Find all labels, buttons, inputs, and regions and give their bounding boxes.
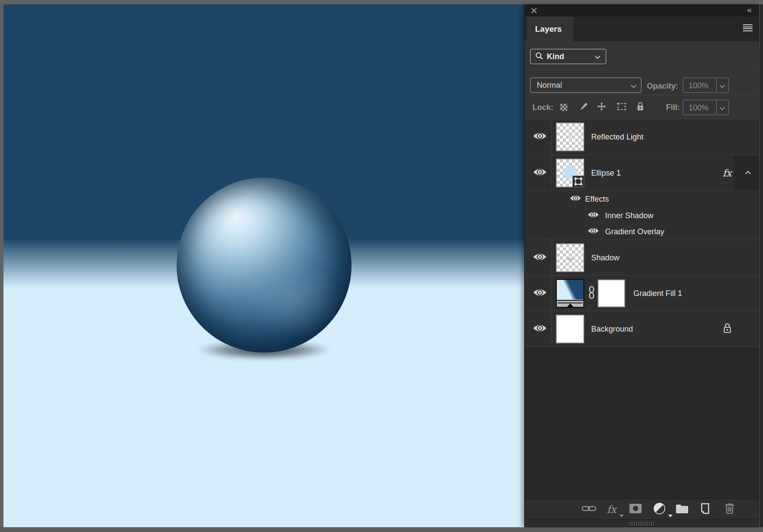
gradient-preview	[557, 280, 583, 299]
filter-kind-select[interactable]: Kind	[530, 49, 606, 64]
add-layer-style-icon[interactable]: fx	[607, 504, 616, 515]
eye-icon	[532, 167, 547, 179]
eye-icon[interactable]	[587, 211, 599, 220]
visibility-toggle[interactable]	[525, 240, 552, 275]
layer-row-ellipse-1[interactable]: Ellipse 1 fx	[525, 155, 759, 191]
layer-row-shadow[interactable]: Shadow	[525, 240, 759, 276]
new-adjustment-layer-icon[interactable]	[653, 502, 666, 516]
layer-name[interactable]: Ellipse 1	[591, 168, 621, 177]
panel-menu-icon[interactable]	[743, 24, 753, 31]
layer-row-gradient-fill-1[interactable]: Gradient Fill 1	[525, 276, 759, 311]
new-layer-icon[interactable]	[698, 503, 709, 516]
thumbnail-content	[567, 258, 573, 260]
fill-label: Fill:	[666, 103, 680, 112]
visibility-toggle[interactable]	[525, 155, 552, 190]
eye-icon[interactable]	[569, 194, 582, 204]
chevron-down-icon	[719, 83, 725, 88]
eye-icon	[532, 252, 547, 263]
lock-artboard-icon[interactable]	[616, 102, 627, 113]
collapse-panel-icon[interactable]: «	[747, 5, 751, 15]
search-icon	[535, 52, 543, 62]
blend-row: Normal Opacity: 100%	[525, 70, 759, 95]
sphere-artwork	[177, 178, 351, 352]
link-mask-icon[interactable]	[588, 286, 595, 301]
panel-titlebar: «	[525, 5, 759, 17]
layer-row-reflected-light[interactable]: Reflected Light	[525, 119, 759, 155]
document-canvas[interactable]	[3, 4, 524, 527]
resize-grip-icon[interactable]	[629, 522, 654, 525]
eye-icon[interactable]	[587, 227, 599, 236]
panel-resize-bar[interactable]	[525, 519, 759, 527]
tab-layers[interactable]: Layers	[526, 17, 573, 41]
fx-collapse-strip[interactable]	[734, 155, 759, 190]
opacity-label: Opacity:	[647, 82, 678, 91]
lock-label: Lock:	[532, 103, 553, 112]
fx-badge[interactable]: fx	[723, 167, 732, 178]
layers-toolbar: fx	[525, 499, 759, 519]
chevron-down-icon	[631, 83, 636, 88]
effect-row-gradient-overlay[interactable]: Gradient Overlay	[525, 224, 759, 240]
photoshop-window: « Layers Kind T	[0, 0, 763, 532]
fill-value: 100%	[689, 103, 709, 113]
layer-name[interactable]: Gradient Fill 1	[633, 289, 682, 298]
layer-list: Reflected Light Ellipse 1	[525, 119, 759, 499]
layer-name[interactable]: Background	[591, 324, 633, 333]
chevron-down-icon	[595, 53, 600, 59]
layer-thumbnail[interactable]	[556, 123, 584, 151]
visibility-toggle[interactable]	[525, 119, 552, 155]
gradient-slider	[557, 300, 583, 307]
layer-thumbnail[interactable]	[556, 159, 584, 187]
filter-kind-label: Kind	[547, 52, 564, 61]
effect-row-inner-shadow[interactable]: Inner Shadow	[525, 207, 759, 224]
lock-position-move-icon[interactable]	[597, 102, 606, 113]
close-panel-icon[interactable]	[531, 7, 537, 14]
visibility-toggle[interactable]	[525, 311, 552, 346]
fill-input[interactable]: 100%	[683, 100, 729, 115]
gradient-fill-thumbnail[interactable]	[556, 279, 584, 308]
layers-panel: « Layers Kind T	[524, 4, 759, 527]
window-frame-bottom	[0, 527, 763, 532]
add-layer-mask-icon[interactable]	[629, 503, 642, 515]
shape-layer-badge-icon	[572, 176, 584, 187]
link-layers-icon[interactable]	[582, 505, 596, 514]
effect-label[interactable]: Gradient Overlay	[605, 227, 664, 236]
chevron-down-icon	[719, 105, 725, 110]
adjustment-menu-arrow-icon	[668, 515, 673, 517]
effect-label[interactable]: Inner Shadow	[605, 211, 653, 220]
delete-layer-trash-icon[interactable]	[724, 503, 735, 516]
thumbnail-content	[568, 136, 572, 140]
layer-mask-thumbnail[interactable]	[598, 279, 625, 307]
lock-pixels-brush-icon[interactable]	[579, 102, 588, 113]
blend-mode-select[interactable]: Normal	[530, 77, 642, 93]
chevron-up-icon	[745, 170, 751, 176]
eye-icon	[532, 131, 547, 143]
fx-menu-arrow-icon	[619, 515, 624, 517]
eye-icon	[532, 323, 547, 335]
layer-name[interactable]: Shadow	[591, 253, 619, 262]
layer-thumbnail[interactable]	[556, 243, 584, 272]
blend-mode-value: Normal	[537, 81, 562, 90]
effects-header-label[interactable]: Effects	[585, 195, 609, 204]
window-edge	[760, 4, 763, 527]
visibility-toggle[interactable]	[525, 276, 552, 311]
lock-transparency-icon[interactable]	[560, 104, 568, 111]
lock-all-padlock-icon[interactable]	[636, 102, 644, 113]
opacity-dropdown-cell[interactable]	[716, 78, 728, 92]
panel-tabbar: Layers	[525, 17, 759, 41]
layer-thumbnail[interactable]	[556, 315, 584, 343]
effects-header-row[interactable]: Effects	[525, 191, 759, 207]
filter-row: Kind T	[525, 41, 759, 70]
new-group-folder-icon[interactable]	[676, 503, 689, 515]
opacity-value: 100%	[689, 81, 709, 90]
lock-row: Lock: Fill: 100%	[525, 96, 759, 119]
fill-dropdown-cell[interactable]	[716, 100, 728, 114]
layer-name[interactable]: Reflected Light	[591, 133, 643, 142]
layer-row-background[interactable]: Background	[525, 311, 759, 347]
eye-icon	[532, 288, 547, 299]
locked-layer-icon	[723, 323, 732, 335]
opacity-input[interactable]: 100%	[683, 77, 729, 93]
